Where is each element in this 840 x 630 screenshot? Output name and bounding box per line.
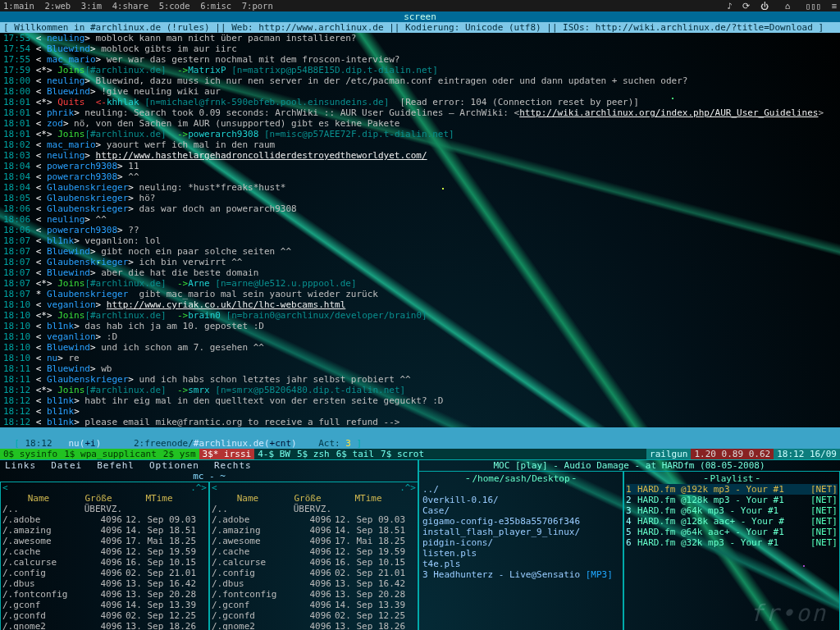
mc-row[interactable]: /.dbus409613. Sep 16.42 [210, 578, 418, 589]
irc-line: 18:06 < Glaubenskrieger> das war doch an… [3, 203, 837, 214]
irc-line: 18:12 < bl1nk> habt ihr eig mal in den q… [3, 395, 837, 406]
irc-line: 18:03 < neuling> http://www.hasthelargeh… [3, 150, 837, 161]
screen-window-tab[interactable]: 2$ ysm [160, 449, 199, 460]
irc-line: 18:10 < veganlion> http://www.cyriak.co.… [3, 299, 837, 310]
irc-line: 18:07 < Bluewind> aber die hat die beste… [3, 267, 837, 278]
moc-file-item[interactable]: install_flash_player_9_linux/ [422, 527, 619, 537]
irc-line: 18:04 < Glaubenskrieger> neuling: *hust*… [3, 182, 837, 193]
moc-playlist-item[interactable]: 2HARD.fm @128k mp3 - Your #1[NET] [626, 495, 838, 505]
irc-line: 18:01 < phrik> neuling: Search took 0.09… [3, 107, 837, 118]
wm-topbar[interactable]: 1:main 2:web 3:im 4:share 5:code 6:misc … [0, 0, 840, 11]
loadavg: 1.20 0.89 0.62 [691, 449, 774, 460]
mc-row[interactable]: /.gnome2409613. Sep 18.26 [210, 621, 418, 630]
screen-window-tab[interactable]: 7$ scrot [377, 449, 427, 460]
irc-line: 18:06 < neuling> ^^ [3, 214, 837, 225]
irc-line: 18:10 <*> Joins[#archlinux.de] ->brain0 … [3, 310, 837, 321]
moc-playlist[interactable]: ╴Playlist╶ 1HARD.fm @192k mp3 - Your #1[… [623, 471, 840, 630]
moc-file-item[interactable]: listen.pls [422, 548, 619, 559]
mc-menu-item[interactable]: Optionen [149, 460, 199, 471]
irc-line: 18:11 < Glaubenskrieger> und ich habs sc… [3, 374, 837, 385]
moc-playlist-item[interactable]: 4HARD.fm @128k aac+ - Your #[NET] [626, 516, 838, 527]
mc-row[interactable]: /.gconfd409602. Sep 12.25 [210, 610, 418, 621]
irc-line: 18:06 < powerarch9308> ?? [3, 225, 837, 235]
systray-icons[interactable]: ♪ ⟳ ⏻ ⌂ ▯▯▯ ≡ [727, 1, 837, 11]
irc-line: 18:07 <*> Joins[#archlinux.de] ->Arne [n… [3, 278, 837, 289]
irc-line: 18:05 < Glaubenskrieger> hö? [3, 193, 837, 203]
moc-file-item[interactable]: pidgin-icons/ [422, 537, 619, 548]
irc-line: 18:12 < bl1nk> [3, 406, 837, 417]
mc-row[interactable]: /.dbus409613. Sep 16.42 [1, 578, 208, 589]
irc-line: 18:10 < bl1nk> das hab ich ja am 10. gep… [3, 321, 837, 331]
irssi-statusbar: [ 18:12 nu(+i) 2:freenode/#archlinux.de(… [0, 427, 840, 438]
screen-window-tab[interactable]: 3$* irssi [199, 449, 255, 460]
mc-nav-left[interactable]: < [212, 482, 217, 493]
irc-line: 18:00 < Bluewind> !give neuling wiki aur [3, 86, 837, 97]
moc-filelist[interactable]: ╴/home/sash/Desktop╶ ../0verkill-0.16/Ca… [418, 471, 623, 630]
screen-hardstatus: 0$ sysinfo1$ wpa_supplicant2$ ysm3$* irs… [0, 449, 840, 460]
irc-line: 18:07 * Glaubenskrieger gibt mac_mario m… [3, 289, 837, 299]
moc-playlist-item[interactable]: 5HARD.fm @64k aac+ - Your #1[NET] [626, 527, 838, 537]
mc-row[interactable]: /.amazing409614. Sep 18.51 [1, 525, 208, 536]
mc-row[interactable]: /.config409602. Sep 21.01 [1, 568, 208, 578]
irc-line: 17:55 < mac_mario> wer war das gestern n… [3, 54, 837, 65]
mc-row[interactable]: /.cache409612. Sep 19.59 [1, 546, 208, 557]
workspace-list[interactable]: 1:main 2:web 3:im 4:share 5:code 6:misc … [3, 1, 273, 11]
mc-row[interactable]: /.config409602. Sep 21.01 [210, 568, 418, 578]
mc-row[interactable]: /.awesome409617. Mai 18.25 [1, 536, 208, 546]
mc-row-updir[interactable]: /..ÜBERVZ. [210, 504, 418, 514]
screen-window-tab[interactable]: 5$ zsh [294, 449, 333, 460]
mc-menu-item[interactable]: Rechts [214, 460, 252, 471]
irc-line: 18:02 < mac_mario> yaourt werf ich mal i… [3, 139, 837, 150]
mc-row[interactable]: /.adobe409612. Sep 09.03 [1, 514, 208, 525]
irc-line: 18:00 < neuling> Bluewind, dazu muss ich… [3, 75, 837, 86]
mc-panel[interactable]: <.^> NameGrößeMTime/..ÜBERVZ./.adobe4096… [0, 482, 209, 630]
mc-menu-item[interactable]: Datei [51, 460, 82, 471]
mc-row[interactable]: /.gconf409614. Sep 13.39 [1, 600, 208, 610]
screen-window-tab[interactable]: 6$ tail [333, 449, 377, 460]
mc-row[interactable]: /.gconfd409602. Sep 12.25 [1, 610, 208, 621]
mc-nav-left[interactable]: < [2, 482, 8, 493]
mc-row[interactable]: /.cache409612. Sep 19.59 [210, 546, 418, 557]
clock: 18:12 16/09 [774, 449, 840, 460]
mc-row[interactable]: /.calcurse409616. Sep 10.15 [1, 557, 208, 568]
mc-menu-item[interactable]: Links [5, 460, 36, 471]
mc-nav-right[interactable]: .^> [399, 482, 416, 493]
moc-pane: MOC [play] - Audio Damage - at HARDfm (0… [418, 460, 840, 630]
screen-window-tab[interactable]: 1$ wpa_supplicant [61, 449, 160, 460]
moc-file-item[interactable]: Case/ [422, 505, 619, 516]
mc-title: mc - ~ [0, 471, 418, 482]
mc-row[interactable]: /.amazing409614. Sep 18.51 [210, 525, 418, 536]
irc-line: 18:07 < bl1nk> veganlion: lol [3, 235, 837, 246]
moc-playlist-item[interactable]: 1HARD.fm @192k mp3 - Your #1[NET] [626, 484, 838, 495]
mc-row[interactable]: /.fontconfig409613. Sep 20.28 [210, 589, 418, 600]
mc-row[interactable]: /.fontconfig409613. Sep 20.28 [1, 589, 208, 600]
moc-playlist-item[interactable]: 3HARD.fm @64k mp3 - Your #1[NET] [626, 505, 838, 516]
irc-line: 18:01 < zod> nö, von den Sachen im AUR (… [3, 118, 837, 129]
screen-title: screen [0, 11, 840, 22]
screen-window-tab[interactable]: 0$ sysinfo [0, 449, 61, 460]
mc-pane: LinksDateiBefehlOptionenRechts mc - ~ <.… [0, 460, 418, 630]
mc-row[interactable]: /.adobe409612. Sep 09.03 [210, 514, 418, 525]
screen-window-tab[interactable]: 4-$ BW [254, 449, 294, 460]
mc-row-updir[interactable]: /..ÜBERVZ. [1, 504, 208, 514]
moc-path: /home/sash/Desktop [472, 473, 569, 484]
moc-file-item[interactable]: ../ [422, 484, 619, 495]
irc-line: 18:10 < veganlion> :D [3, 331, 837, 342]
mc-row[interactable]: /.awesome409617. Mai 18.25 [210, 536, 418, 546]
irc-line: 18:01 <*> Quits <-khhlak [n=michael@frnk… [3, 97, 837, 107]
moc-file-item[interactable]: 0verkill-0.16/ [422, 495, 619, 505]
mc-nav-right[interactable]: .^> [190, 482, 207, 493]
mc-panel[interactable]: <.^> NameGrößeMTime/..ÜBERVZ./.adobe4096… [209, 482, 418, 630]
mc-menu-item[interactable]: Befehl [97, 460, 135, 471]
hostname: railgun [646, 449, 691, 460]
moc-file-item[interactable]: gigamo-config-e35b8a55706f346 [422, 516, 619, 527]
moc-file-item[interactable]: t4e.pls [422, 559, 619, 569]
moc-file-item[interactable]: 3 Headhunterz - Live@Sensatio [MP3] [422, 569, 619, 580]
irc-line: 18:10 < nu> re [3, 353, 837, 363]
mc-row[interactable]: /.gnome2409613. Sep 18.26 [1, 621, 208, 630]
irc-line: 18:07 < Glaubenskrieger> ich bin verwirr… [3, 257, 837, 267]
moc-playlist-item[interactable]: 6HARD.fm @32k mp3 - Your #1[NET] [626, 537, 838, 548]
mc-menubar[interactable]: LinksDateiBefehlOptionenRechts [0, 460, 418, 471]
mc-row[interactable]: /.gconf409614. Sep 13.39 [210, 600, 418, 610]
mc-row[interactable]: /.calcurse409616. Sep 10.15 [210, 557, 418, 568]
